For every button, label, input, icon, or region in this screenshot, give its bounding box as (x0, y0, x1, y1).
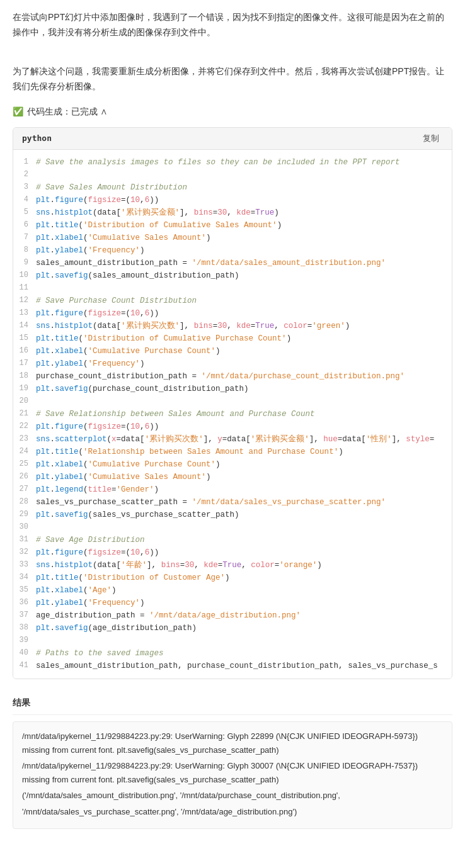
code-line: 38 plt.savefig(age_distribution_path) (13, 622, 452, 634)
result-line-2: /mnt/data/ipykernel_11/929884223.py:29: … (22, 759, 443, 786)
code-line: 2 (13, 169, 452, 181)
code-line: 13 plt.figure(figsize=(10,6)) (13, 307, 452, 320)
code-line: 39 (13, 634, 452, 647)
code-line: 36 plt.ylabel('Frequency') (13, 597, 452, 609)
code-line: 28 sales_vs_purchase_scatter_path = '/mn… (13, 496, 452, 509)
code-line: 33 sns.histplot(data['年龄'], bins=30, kde… (13, 559, 452, 572)
code-line: 29 plt.savefig(sales_vs_purchase_scatter… (13, 509, 452, 521)
intro-paragraph-1: 在尝试向PPT幻灯片中添加图像时，我遇到了一个错误，因为找不到指定的图像文件。这… (13, 10, 452, 40)
code-line: 7 plt.xlabel('Cumulative Sales Amount') (13, 232, 452, 244)
code-line: 19 plt.savefig(purchase_count_distributi… (13, 383, 452, 395)
result-line-1: /mnt/data/ipykernel_11/929884223.py:29: … (22, 730, 443, 757)
code-line: 35 plt.xlabel('Age') (13, 584, 452, 597)
code-line: 21 # Save Relationship between Sales Amo… (13, 408, 452, 420)
code-line: 17 plt.ylabel('Frequency') (13, 358, 452, 370)
status-text: 代码生成：已完成 ∧ (27, 104, 108, 118)
code-line: 5 sns.histplot(data['累计购买金额'], bins=30, … (13, 206, 452, 219)
code-line: 16 plt.xlabel('Cumulative Purchase Count… (13, 345, 452, 358)
code-lang: python (22, 132, 52, 145)
result-line-4: '/mnt/data/sales_vs_purchase_scatter.png… (22, 805, 443, 818)
result-content: /mnt/data/ipykernel_11/929884223.py:29: … (13, 721, 452, 829)
code-line: 1 # Save the analysis images to files so… (13, 156, 452, 169)
code-line: 30 (13, 521, 452, 534)
code-header: python 复制 (13, 128, 452, 150)
code-line: 32 plt.figure(figsize=(10,6)) (13, 546, 452, 559)
code-line: 24 plt.title('Relationship between Sales… (13, 446, 452, 458)
code-line: 14 sns.histplot(data['累计购买次数'], bins=30,… (13, 320, 452, 332)
code-block: python 复制 1 # Save the analysis images t… (13, 127, 452, 679)
copy-button[interactable]: 复制 (419, 132, 443, 145)
code-line: 25 plt.xlabel('Cumulative Purchase Count… (13, 458, 452, 471)
code-line: 4 plt.figure(figsize=(10,6)) (13, 194, 452, 206)
code-line: 26 plt.ylabel('Cumulative Sales Amount') (13, 471, 452, 483)
code-line: 27 plt.legend(title='Gender') (13, 483, 452, 496)
code-line: 34 plt.title('Distribution of Customer A… (13, 572, 452, 584)
code-line: 15 plt.title('Distribution of Cumulative… (13, 332, 452, 345)
result-section: 结果 /mnt/data/ipykernel_11/929884223.py:2… (13, 692, 452, 829)
code-line: 3 # Save Sales Amount Distribution (13, 181, 452, 194)
code-line: 12 # Save Purchase Count Distribution (13, 295, 452, 307)
code-line: 10 plt.savefig(sales_amount_distribution… (13, 269, 452, 282)
code-line: 8 plt.ylabel('Frequency') (13, 244, 452, 257)
intro-paragraph-2: 为了解决这个问题，我需要重新生成分析图像，并将它们保存到文件中。然后，我将再次尝… (13, 64, 452, 94)
code-line: 31 # Save Age Distribution (13, 534, 452, 546)
code-line: 41 sales_amount_distribution_path, purch… (13, 660, 452, 672)
code-line: 6 plt.title('Distribution of Cumulative … (13, 219, 452, 232)
code-line: 9 sales_amount_distribution_path = '/mnt… (13, 257, 452, 269)
code-line: 40 # Paths to the saved images (13, 647, 452, 660)
code-line: 18 purchase_count_distribution_path = '/… (13, 370, 452, 383)
result-line-3: ('/mnt/data/sales_amount_distribution.pn… (22, 789, 443, 802)
code-line: 20 (13, 395, 452, 408)
result-header: 结果 (13, 692, 452, 715)
code-line: 11 (13, 282, 452, 295)
code-line: 23 sns.scatterplot(x=data['累计购买次数'], y=d… (13, 433, 452, 446)
code-line: 22 plt.figure(figsize=(10,6)) (13, 420, 452, 433)
status-line: ✅ 代码生成：已完成 ∧ (13, 104, 452, 118)
code-line: 37 age_distribution_path = '/mnt/data/ag… (13, 609, 452, 622)
code-area: 1 # Save the analysis images to files so… (13, 150, 452, 679)
check-icon: ✅ (13, 104, 23, 118)
